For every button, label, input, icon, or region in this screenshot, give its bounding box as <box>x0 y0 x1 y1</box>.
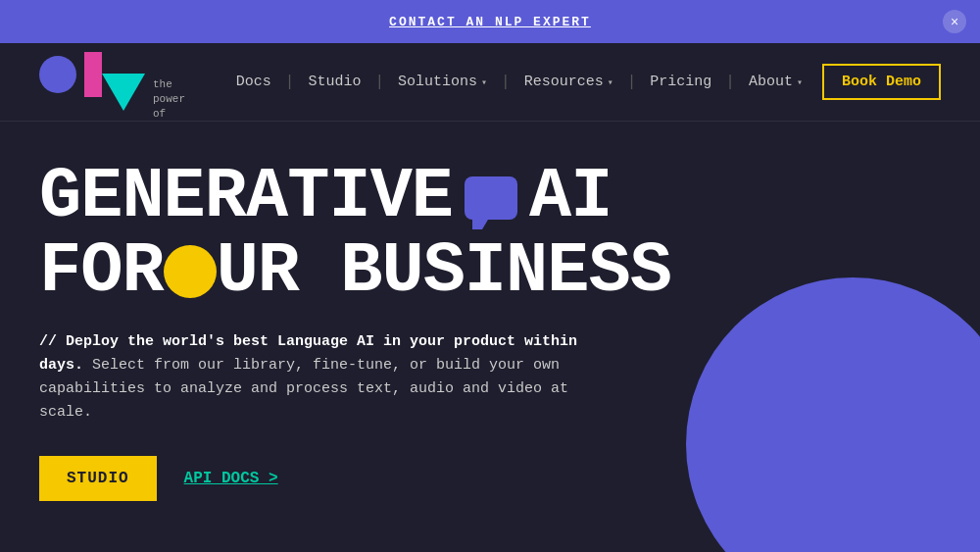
nav-item-solutions[interactable]: Solutions ▾ <box>390 70 495 94</box>
hero-title-line1: GENERATIVE AI <box>39 161 725 235</box>
banner-text[interactable]: CONTACT AN NLP EXPERT <box>389 15 591 29</box>
nav-link-resources[interactable]: Resources ▾ <box>516 70 621 94</box>
nav-item-pricing[interactable]: Pricing <box>642 70 719 94</box>
logo-rect-shape <box>84 52 102 97</box>
logo[interactable]: the power of language <box>39 48 147 117</box>
nav-links: Docs | Studio | Solutions ▾ | Resources … <box>228 70 810 94</box>
hero-subtitle: // Deploy the world's best Language AI i… <box>39 330 588 425</box>
nav-item-docs[interactable]: Docs <box>228 70 279 94</box>
nav-link-about[interactable]: About ▾ <box>741 70 810 94</box>
hero-title-line2: FOR UR BUSINESS <box>39 235 725 310</box>
title-generative: GENERATIVE <box>39 161 453 235</box>
announcement-banner: CONTACT AN NLP EXPERT × <box>0 0 980 43</box>
banner-close-button[interactable]: × <box>943 10 966 33</box>
title-ai: AI <box>529 161 612 235</box>
nav-item-studio[interactable]: Studio <box>300 70 368 94</box>
nav-link-pricing[interactable]: Pricing <box>642 70 719 94</box>
logo-circle-shape <box>39 56 76 93</box>
main-nav: the power of language Docs | Studio | So… <box>0 43 980 122</box>
hero-subtitle-normal: Select from our library, fine-tune, or b… <box>39 357 568 421</box>
chat-bubble-icon <box>465 176 517 220</box>
nav-sep-2: | <box>374 74 384 91</box>
nav-link-studio[interactable]: Studio <box>300 70 368 94</box>
title-your-business: UR BUSINESS <box>217 235 671 310</box>
solutions-chevron-icon: ▾ <box>481 76 487 88</box>
hero-section: GENERATIVE AI FOR UR BUSINESS // Deploy … <box>0 122 980 552</box>
title-for: FOR <box>39 235 164 310</box>
decorative-circle <box>686 277 980 552</box>
hero-title: GENERATIVE AI FOR UR BUSINESS <box>39 161 725 309</box>
about-chevron-icon: ▾ <box>797 76 803 88</box>
studio-button[interactable]: STUDIO <box>39 456 157 501</box>
logo-shapes: the power of language <box>39 48 147 117</box>
nav-link-docs[interactable]: Docs <box>228 70 279 94</box>
nav-link-solutions[interactable]: Solutions ▾ <box>390 70 495 94</box>
nav-item-about[interactable]: About ▾ <box>741 70 810 94</box>
nav-sep-3: | <box>501 74 511 91</box>
resources-chevron-icon: ▾ <box>608 76 613 88</box>
yellow-circle-decoration <box>164 245 217 298</box>
book-demo-button[interactable]: Book Demo <box>822 64 941 100</box>
nav-item-resources[interactable]: Resources ▾ <box>516 70 621 94</box>
api-docs-button[interactable]: API DOCS > <box>184 470 278 487</box>
nav-sep-1: | <box>285 74 295 91</box>
nav-sep-5: | <box>725 74 735 91</box>
logo-triangle-shape <box>102 74 145 111</box>
nav-sep-4: | <box>627 74 637 91</box>
